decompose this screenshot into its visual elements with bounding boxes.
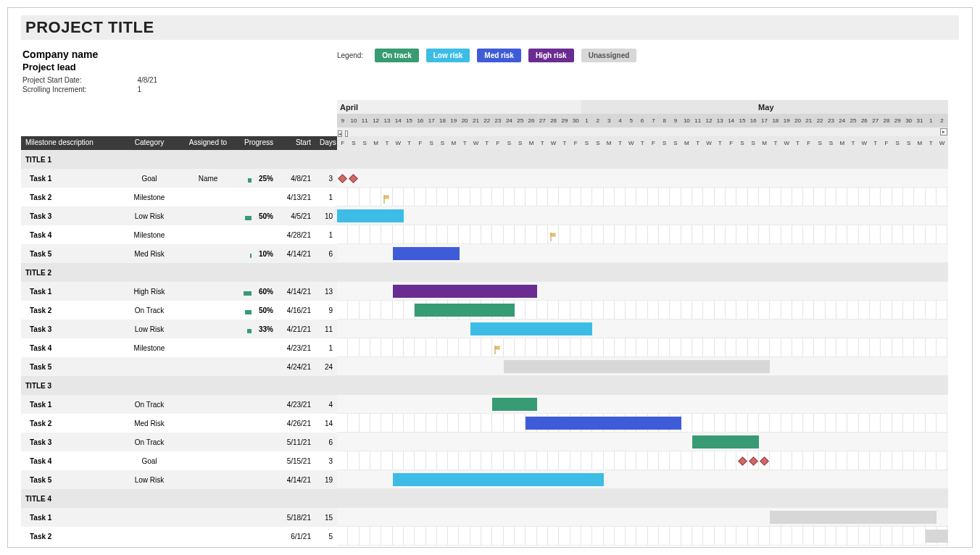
legend-item-high-risk: High risk — [528, 49, 574, 62]
gantt-bar[interactable] — [526, 417, 681, 430]
col-category: Category — [120, 136, 179, 150]
legend: Legend: On trackLow riskMed riskHigh ris… — [337, 49, 636, 62]
task-start: 4/8/21 — [278, 175, 315, 183]
col-milestone-desc: Milestone description — [21, 136, 120, 150]
col-days: Days — [315, 136, 337, 150]
task-category: On Track — [120, 401, 179, 409]
section-title: TITLE 3 — [21, 382, 120, 390]
task-days: 4 — [315, 401, 337, 409]
task-category: Milestone — [120, 193, 179, 201]
gantt-bar[interactable] — [337, 209, 404, 222]
section-title: TITLE 2 — [21, 269, 120, 277]
gantt-bar[interactable] — [393, 473, 604, 486]
task-row[interactable]: Task 5Med Risk10%4/14/216 — [21, 244, 337, 263]
col-assigned-to: Assigned to — [179, 136, 237, 150]
task-days: 15 — [315, 514, 337, 522]
col-start: Start — [278, 136, 315, 150]
task-row[interactable]: Task 4Milestone4/23/211 — [21, 338, 337, 357]
task-days: 6 — [315, 250, 337, 258]
task-category: Low Risk — [120, 212, 179, 220]
task-start: 4/26/21 — [278, 420, 315, 427]
task-start: 6/1/21 — [278, 533, 315, 541]
task-start: 4/23/21 — [278, 401, 315, 409]
project-lead: Project lead — [22, 62, 337, 72]
timeline-scrollbar[interactable]: ◂ ▸ — [337, 128, 948, 136]
task-row[interactable]: Task 2Milestone4/13/211 — [21, 188, 337, 206]
legend-item-low-risk: Low risk — [426, 49, 470, 62]
task-start: 5/15/21 — [278, 457, 315, 465]
scroll-right-button[interactable]: ▸ — [940, 128, 947, 135]
task-row[interactable]: Task 4Goal5/15/213 — [21, 451, 337, 470]
section-title: TITLE 1 — [21, 156, 120, 164]
task-desc: Task 5 — [21, 250, 120, 258]
task-category: Med Risk — [120, 250, 179, 258]
task-row[interactable]: Task 3Low Risk33%4/21/2111 — [21, 320, 337, 338]
task-row[interactable]: Task 1High Risk60%4/14/2113 — [21, 282, 337, 301]
task-start: 4/13/21 — [278, 193, 315, 201]
task-category: Low Risk — [120, 476, 179, 484]
task-row[interactable]: Task 2Med Risk4/26/2114 — [21, 414, 337, 433]
gantt-bar[interactable] — [470, 322, 593, 335]
task-category: High Risk — [120, 288, 179, 296]
task-row[interactable]: Task 5Low Risk4/14/2119 — [21, 470, 337, 489]
task-category: Milestone — [120, 344, 179, 352]
gantt-bar[interactable] — [926, 530, 948, 543]
task-columns: Milestone description Category Assigned … — [21, 100, 337, 546]
gantt-chart: AprilMay 9101112131415161718192021222324… — [337, 100, 948, 546]
gantt-bar[interactable] — [770, 511, 937, 524]
project-meta: Company name Project lead Project Start … — [21, 47, 337, 94]
task-category: Milestone — [120, 231, 179, 239]
goal-diamond-icon — [349, 174, 358, 183]
legend-item-med-risk: Med risk — [477, 49, 521, 62]
task-desc: Task 2 — [21, 193, 120, 201]
gantt-bar[interactable] — [415, 304, 515, 317]
gantt-bar[interactable] — [492, 398, 536, 411]
day-of-week-header: FSSMTWTFSSMTWTFSSMTWTFSSMTWTFSSMTWTFSSMT… — [337, 136, 948, 150]
gantt-bar[interactable] — [393, 285, 537, 298]
goal-diamond-icon — [760, 456, 769, 466]
task-days: 1 — [315, 193, 337, 201]
gantt-bar[interactable] — [692, 435, 759, 448]
task-start: 4/21/21 — [278, 325, 315, 333]
task-row[interactable]: Task 15/18/2115 — [21, 508, 337, 527]
task-row[interactable]: Task 54/24/2124 — [21, 357, 337, 376]
page-title: PROJECT TITLE — [21, 15, 959, 40]
task-start: 4/23/21 — [278, 344, 315, 352]
task-desc: Task 5 — [21, 363, 120, 371]
gantt-row — [337, 414, 948, 433]
task-progress: 33% — [237, 325, 278, 333]
task-days: 10 — [315, 212, 337, 220]
task-days: 19 — [315, 476, 337, 484]
task-category: Goal — [120, 175, 179, 183]
goal-diamond-icon — [738, 456, 747, 466]
col-progress: Progress — [237, 136, 278, 150]
gantt-row — [337, 244, 948, 263]
section-header: TITLE 1 — [21, 150, 337, 169]
task-desc: Task 1 — [21, 175, 120, 183]
gantt-row — [337, 301, 948, 320]
start-date-label: Project Start Date: — [21, 75, 94, 85]
gantt-row — [337, 225, 948, 244]
task-row[interactable]: Task 26/1/215 — [21, 527, 337, 546]
goal-diamond-icon — [338, 174, 347, 183]
task-start: 5/11/21 — [278, 438, 315, 446]
task-row[interactable]: Task 2On Track50%4/16/219 — [21, 301, 337, 320]
task-row[interactable]: Task 3On Track5/11/216 — [21, 433, 337, 451]
task-row[interactable]: Task 1On Track4/23/214 — [21, 395, 337, 414]
task-row[interactable]: Task 1GoalName25%4/8/213 — [21, 169, 337, 188]
gantt-row — [337, 206, 948, 225]
task-progress: 50% — [237, 212, 278, 220]
task-start: 4/14/21 — [278, 288, 315, 296]
start-date-value[interactable]: 4/8/21 — [94, 75, 165, 85]
section-header: TITLE 4 — [21, 489, 337, 508]
scroll-inc-value[interactable]: 1 — [94, 85, 165, 94]
task-row[interactable]: Task 3Low Risk50%4/5/2110 — [21, 206, 337, 225]
gantt-bar[interactable] — [504, 360, 771, 373]
task-days: 11 — [315, 325, 337, 333]
task-start: 5/18/21 — [278, 514, 315, 522]
gantt-row — [337, 508, 948, 527]
gantt-bar[interactable] — [393, 247, 460, 260]
milestone-flag-icon — [550, 231, 557, 244]
task-start: 4/14/21 — [278, 476, 315, 484]
task-row[interactable]: Task 4Milestone4/28/211 — [21, 225, 337, 244]
